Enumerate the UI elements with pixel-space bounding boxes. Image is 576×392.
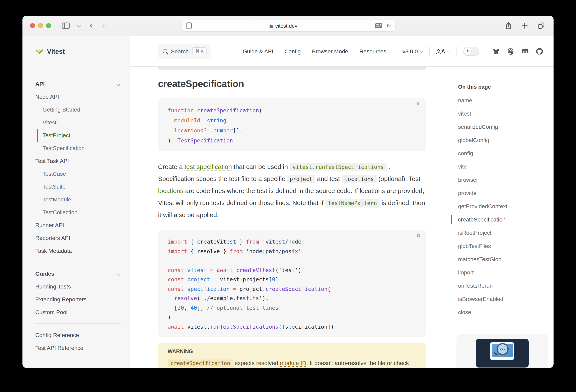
sidebar-item-label: TestCase: [43, 171, 66, 177]
code-lang-badge: ts: [417, 101, 420, 106]
toc-item-isrootproject[interactable]: isRootProject: [451, 226, 551, 239]
zoom-window-button[interactable]: [46, 23, 51, 28]
sidebar-item-api[interactable]: API: [35, 77, 121, 90]
toc-item-globalconfig[interactable]: globalConfig: [451, 133, 551, 147]
sidebar-item-label: TestProject: [43, 132, 70, 138]
sidebar-item-guides[interactable]: Guides: [35, 267, 121, 280]
chevron-down-icon[interactable]: [77, 23, 82, 28]
sidebar-item-testcase[interactable]: TestCase: [37, 167, 121, 180]
search-button[interactable]: Search ⌘ K: [158, 44, 211, 58]
search-label: Search: [171, 48, 189, 54]
mastodon-icon[interactable]: [507, 48, 514, 55]
sponsor-card[interactable]: </>: [457, 334, 548, 368]
sun-icon: ☀: [464, 48, 471, 55]
toc-item-provide[interactable]: provide: [451, 186, 551, 199]
sidebar-item-getting-started[interactable]: Getting Started: [37, 103, 121, 116]
chevron-down-icon: [388, 49, 392, 52]
sidebar-item-runner-api[interactable]: Runner API: [35, 219, 121, 232]
code-token: import: [168, 248, 187, 254]
sidebar-item-extending-reporters[interactable]: Extending Reporters: [35, 293, 121, 306]
link-module-id[interactable]: module ID: [280, 360, 306, 366]
code-token: const: [168, 276, 184, 282]
link-locations[interactable]: locations: [158, 187, 183, 194]
social-links: [492, 48, 543, 55]
reload-icon[interactable]: ↻: [386, 23, 391, 29]
toc-item-serializedconfig[interactable]: serializedConfig: [451, 120, 551, 133]
code-line: import { resolve } from 'node:path/posix…: [168, 246, 416, 256]
theme-toggle[interactable]: ☀: [463, 47, 479, 56]
code-link-testnamepattern[interactable]: testNamePattern: [325, 199, 380, 208]
sidebar-item-testspecification[interactable]: TestSpecification: [37, 142, 121, 154]
sidebar-item-testcollection[interactable]: TestCollection: [37, 206, 121, 219]
toc-item-globtestfiles[interactable]: globTestFiles: [451, 239, 551, 252]
toc-item-config[interactable]: config: [451, 147, 551, 160]
code-link-vitest-runtestspecifications[interactable]: vitest.runTestSpecifications: [289, 163, 386, 171]
share-icon[interactable]: [505, 22, 512, 30]
forward-button[interactable]: ›: [102, 22, 106, 30]
sidebar-item-reporters-api[interactable]: Reporters API: [35, 232, 121, 244]
nav-item-label: v3.0.0: [403, 48, 418, 54]
nav-item-browser-mode[interactable]: Browser Mode: [312, 48, 348, 54]
sidebar-item-testmodule[interactable]: TestModule: [37, 193, 121, 206]
code-token: from: [246, 238, 259, 245]
toc-item-matchestestglob[interactable]: matchesTestGlob: [451, 252, 551, 266]
code-token: specification: [187, 285, 230, 292]
sidebar-item-testproject[interactable]: TestProject: [37, 129, 121, 142]
minimize-window-button[interactable]: [38, 23, 43, 28]
back-button[interactable]: ‹: [89, 22, 93, 30]
bluesky-icon[interactable]: [492, 48, 500, 55]
code-token: 'vitest/node': [262, 238, 305, 245]
sidebar-item-config-reference[interactable]: Config Reference: [35, 329, 121, 341]
sidebar-toggle-icon[interactable]: [62, 23, 70, 29]
language-button[interactable]: 文A: [436, 48, 450, 55]
code-token: ]): [327, 323, 334, 330]
nav-item-guide-api[interactable]: Guide & API: [243, 48, 273, 54]
close-window-button[interactable]: [30, 23, 35, 28]
toc-item-getprovidedcontext[interactable]: getProvidedContext: [451, 199, 551, 213]
sponsor-illustration: </>: [476, 339, 529, 367]
inline-code: locations: [342, 175, 377, 183]
toc-item-ontestsrerun[interactable]: onTestsRerun: [451, 279, 551, 292]
code-token: [184, 276, 187, 282]
sidebar-item-task-metadata[interactable]: Task Metadata: [35, 244, 121, 257]
toc-item-createspecification[interactable]: createSpecification: [451, 213, 551, 226]
code-token: project: [187, 276, 210, 282]
tab-overview-icon[interactable]: [538, 22, 545, 29]
toc-item-name[interactable]: name: [451, 93, 551, 107]
code-token: 'node:path/posix': [246, 248, 301, 254]
translate-icon[interactable]: 文A: [375, 23, 382, 28]
code-token: { resolve }: [187, 248, 230, 254]
link-test-specification[interactable]: test specification: [184, 163, 232, 170]
discord-icon[interactable]: [521, 48, 529, 55]
vitest-logo[interactable]: Vitest: [23, 36, 130, 67]
toc-item-isbrowserenabled[interactable]: isBrowserEnabled: [451, 292, 551, 305]
sidebar-item-test-task-api[interactable]: Test Task API: [35, 154, 121, 167]
laptop-graphic: </>: [490, 342, 514, 360]
sidebar-item-custom-pool[interactable]: Custom Pool: [35, 306, 121, 319]
sidebar-item-node-api[interactable]: Node API: [35, 90, 121, 103]
toc-item-vitest[interactable]: vitest: [451, 107, 551, 120]
address-bar[interactable]: vitest.dev 文A ↻: [182, 20, 396, 32]
sidebar-item-testsuite[interactable]: TestSuite: [37, 180, 121, 193]
toc-item-close[interactable]: close: [451, 305, 551, 319]
sidebar-item-test-api-reference[interactable]: Test API Reference: [35, 341, 121, 354]
code-token: [184, 267, 187, 273]
nav-item-config[interactable]: Config: [285, 48, 301, 54]
toc-item-import[interactable]: import: [451, 266, 551, 279]
nav-item-resources[interactable]: Resources: [359, 48, 391, 54]
sidebar-item-running-tests[interactable]: Running Tests: [35, 280, 121, 293]
code-token: createVitest: [236, 267, 275, 273]
toc-item-vite[interactable]: vite: [451, 160, 551, 173]
new-tab-icon[interactable]: [521, 23, 528, 29]
code-token: [174, 137, 177, 144]
toc-item-browser[interactable]: browser: [451, 173, 551, 186]
reader-view-icon[interactable]: [186, 23, 192, 29]
nav-item-v3-0-0[interactable]: v3.0.0: [403, 48, 423, 54]
github-icon[interactable]: [536, 48, 543, 55]
sidebar-item-vitest[interactable]: Vitest: [37, 116, 121, 129]
code-token: string: [207, 117, 227, 123]
code-line: [168, 256, 416, 265]
code-token: ?:: [203, 127, 210, 134]
sidebar-item-label: Getting Started: [43, 106, 80, 113]
code-token: [210, 127, 213, 134]
